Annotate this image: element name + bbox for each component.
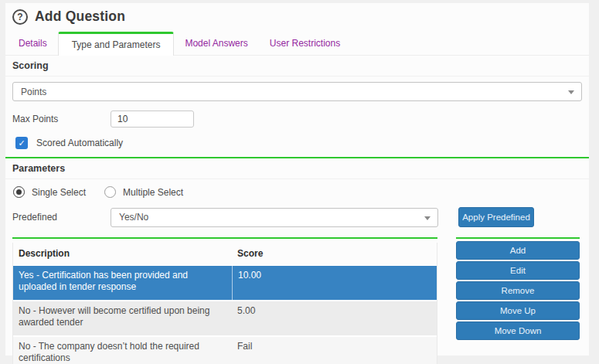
actions-top-accent [456,237,580,239]
move-down-button[interactable]: Move Down [456,321,580,340]
row-score: Fail [232,337,437,364]
predefined-row: Predefined Yes/No Apply Predefined [12,207,582,227]
add-button[interactable]: Add [456,241,580,260]
scoring-type-select[interactable]: Points [12,82,582,101]
row-description: No - However will become certified upon … [13,301,232,335]
add-question-panel: ? Add Question Details Type and Paramete… [5,3,589,355]
question-circle-icon: ? [12,9,28,25]
tab-user-restrictions[interactable]: User Restrictions [259,32,351,55]
scored-automatically-checkbox[interactable] [15,137,28,149]
max-points-row: Max Points 10 [12,111,582,128]
tab-type-and-parameters[interactable]: Type and Parameters [58,32,175,56]
tab-details[interactable]: Details [8,32,58,55]
multiple-select-radio[interactable] [104,186,116,198]
table-row[interactable]: Yes - Certification has been provided an… [13,266,437,300]
scoring-section-heading: Scoring [5,57,589,77]
max-points-input[interactable]: 10 [111,111,194,128]
tab-model-answers[interactable]: Model Answers [174,32,258,55]
move-up-button[interactable]: Move Up [456,301,580,320]
answers-table-wrap: Description Score Yes - Certification ha… [12,237,437,364]
table-row[interactable]: No - However will become certified upon … [13,301,437,335]
chevron-down-icon [568,90,574,94]
edit-button[interactable]: Edit [456,261,580,280]
section-divider [5,157,589,158]
multiple-select-label: Multiple Select [123,187,183,198]
score-column-header: Score [232,248,437,259]
predefined-label: Predefined [12,212,111,223]
answers-table: Description Score Yes - Certification ha… [12,243,437,364]
row-actions-column: Add Edit Remove Move Up Move Down [456,237,580,340]
row-description: Yes - Certification has been provided an… [13,266,233,300]
row-description: No - The company doesn’t hold the requir… [13,337,232,364]
remove-button[interactable]: Remove [456,281,580,300]
parameters-section-heading: Parameters [5,160,589,179]
predefined-select[interactable]: Yes/No [111,208,438,227]
scoring-type-value: Points [21,87,46,97]
table-top-accent [12,237,437,239]
chevron-down-icon [424,216,431,220]
answers-area: Description Score Yes - Certification ha… [12,237,582,364]
page-header: ? Add Question [5,3,589,25]
table-header-row: Description Score [13,243,437,264]
row-score: 10.00 [233,266,437,300]
scored-automatically-row: Scored Automatically [15,137,582,149]
table-row[interactable]: No - The company doesn’t hold the requir… [13,337,437,364]
max-points-label: Max Points [12,114,111,124]
row-score: 5.00 [232,301,437,335]
description-column-header: Description [13,248,232,259]
single-select-label: Single Select [32,187,86,198]
tab-bar: Details Type and Parameters Model Answer… [5,32,589,56]
page-title: Add Question [35,9,125,25]
scored-automatically-label: Scored Automatically [36,138,123,148]
predefined-value: Yes/No [119,212,148,223]
apply-predefined-button[interactable]: Apply Predefined [458,207,534,227]
select-mode-row: Single Select Multiple Select [13,186,582,198]
single-select-radio[interactable] [13,186,25,198]
